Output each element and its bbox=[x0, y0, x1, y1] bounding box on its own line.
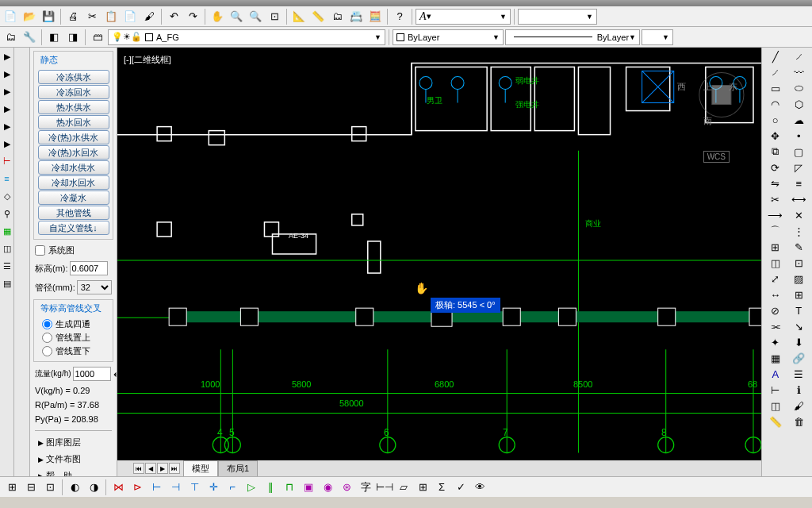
zoom-extents-icon[interactable]: ⊡ bbox=[266, 8, 283, 25]
stretch-icon[interactable]: ↔ bbox=[766, 287, 785, 302]
tab-last-icon[interactable]: ⏭ bbox=[169, 463, 180, 474]
pan-icon[interactable]: ✋ bbox=[209, 8, 226, 25]
group-icon[interactable]: ⊡ bbox=[789, 256, 808, 270]
pipe-coldhot-return[interactable]: 冷(热)水回水 bbox=[38, 145, 109, 160]
cut-icon[interactable]: ✂ bbox=[83, 8, 101, 25]
mirror-icon[interactable]: ⇋ bbox=[766, 176, 785, 190]
radio-cross-4way[interactable]: 生成四通 bbox=[36, 318, 111, 331]
pipe-cold-return[interactable]: 冷冻回水 bbox=[38, 85, 109, 99]
expand-icon[interactable]: ▶ bbox=[2, 138, 13, 149]
pipe-hot-supply[interactable]: 热水供水 bbox=[38, 100, 109, 114]
bt-cap-icon[interactable]: ⊓ bbox=[281, 479, 298, 496]
diameter-select[interactable]: 32 bbox=[77, 280, 112, 294]
extend-icon[interactable]: ⟶ bbox=[766, 208, 785, 222]
drawing-canvas[interactable]: [-][二维线框] bbox=[117, 48, 761, 460]
bt-dim-icon[interactable]: ⊢⊣ bbox=[376, 479, 393, 496]
bt-equip-icon[interactable]: ⊛ bbox=[338, 479, 355, 496]
text-icon[interactable]: A bbox=[766, 367, 785, 381]
ellipse-icon[interactable]: ⬭ bbox=[789, 81, 808, 95]
pipe-hot-return[interactable]: 热水回水 bbox=[38, 115, 109, 129]
match-icon[interactable]: 🖌 bbox=[789, 398, 808, 413]
offset-icon[interactable]: ◫ bbox=[766, 256, 785, 270]
layer-off-icon[interactable]: ◨ bbox=[64, 29, 82, 46]
pipe-condensate[interactable]: 冷凝水 bbox=[38, 190, 109, 205]
footer-help[interactable]: 帮 助 bbox=[35, 468, 112, 476]
tool-icon[interactable]: 📐 bbox=[290, 8, 308, 25]
hatch-icon[interactable]: ▤ bbox=[2, 278, 13, 289]
expand-icon[interactable]: ▶ bbox=[2, 103, 13, 114]
layer-manager-icon[interactable]: 🗂 bbox=[2, 29, 19, 46]
tool4-icon[interactable]: 📇 bbox=[347, 8, 365, 25]
xline-icon[interactable]: ⟋ bbox=[789, 49, 808, 64]
system-checkbox[interactable] bbox=[35, 245, 45, 256]
redo-icon[interactable]: ↷ bbox=[184, 8, 201, 25]
arc-icon[interactable]: ◠ bbox=[766, 97, 785, 111]
bt-icon[interactable]: ⊡ bbox=[41, 479, 59, 496]
pipe-coldhot-supply[interactable]: 冷(热)水供水 bbox=[38, 130, 109, 144]
elevation-input[interactable] bbox=[70, 261, 108, 275]
font-combo[interactable]: A ▾ ▼ bbox=[416, 9, 511, 25]
bt-flange-icon[interactable]: ‖ bbox=[262, 479, 279, 496]
move-icon[interactable]: ✥ bbox=[766, 129, 785, 143]
bt-view-icon[interactable]: 👁 bbox=[471, 479, 488, 496]
radio-pipe-under[interactable]: 管线置下 bbox=[36, 344, 111, 358]
layer-icon[interactable]: ☰ bbox=[2, 260, 13, 271]
bt-table-icon[interactable]: ⊞ bbox=[414, 479, 431, 496]
system-diagram-check[interactable]: 系统图 bbox=[32, 243, 115, 258]
tool2-icon[interactable]: 📏 bbox=[309, 8, 327, 25]
expand-icon[interactable]: ▶ bbox=[2, 51, 13, 62]
spline-icon[interactable]: 〰 bbox=[789, 65, 808, 79]
bt-icon[interactable]: ⊞ bbox=[3, 479, 21, 496]
linetype-combo[interactable]: ▼ bbox=[642, 29, 673, 45]
footer-library[interactable]: 图库图层 bbox=[35, 434, 112, 451]
flow-input[interactable] bbox=[73, 367, 111, 381]
radio-pipe-over[interactable]: 管线置上 bbox=[36, 331, 111, 344]
bt-icon[interactable]: ◑ bbox=[85, 479, 102, 496]
text-icon[interactable]: ≡ bbox=[2, 173, 13, 184]
block-icon[interactable]: ◫ bbox=[2, 243, 13, 254]
bt-pipe-icon[interactable]: ⊢ bbox=[147, 479, 165, 496]
bt-text-icon[interactable]: 字 bbox=[357, 479, 374, 496]
rotate-icon[interactable]: ⟳ bbox=[766, 160, 785, 175]
lengthen-icon[interactable]: ⟷ bbox=[789, 192, 808, 206]
point-icon[interactable]: • bbox=[789, 129, 808, 143]
rect-icon[interactable]: ▭ bbox=[766, 81, 785, 95]
pipe-custom[interactable]: 自定义管线↓ bbox=[38, 221, 109, 235]
bt-label-icon[interactable]: ▱ bbox=[395, 479, 412, 496]
copy-icon[interactable]: ⧉ bbox=[766, 144, 785, 159]
color-combo[interactable]: ByLayer ▼ bbox=[393, 29, 504, 45]
explode-icon[interactable]: ✦ bbox=[766, 335, 785, 349]
bt-tee-icon[interactable]: ⊤ bbox=[186, 479, 203, 496]
array-icon[interactable]: ⊞ bbox=[766, 240, 785, 254]
hatch-icon[interactable]: ▦ bbox=[766, 351, 785, 365]
bt-icon[interactable]: ⊟ bbox=[22, 479, 40, 496]
zoom-icon[interactable]: 🔍 bbox=[228, 8, 245, 25]
pipe-cold-supply[interactable]: 冷冻供水 bbox=[38, 70, 109, 84]
dim-icon[interactable]: ⊢ bbox=[766, 383, 785, 397]
tool3-icon[interactable]: 🗂 bbox=[328, 8, 346, 25]
bt-check-icon[interactable]: ✓ bbox=[452, 479, 469, 496]
bt-equip-icon[interactable]: ▣ bbox=[300, 479, 317, 496]
snap-icon[interactable]: ◇ bbox=[2, 190, 13, 202]
tab-model[interactable]: 模型 bbox=[183, 460, 218, 476]
tab-next-icon[interactable]: ▶ bbox=[157, 463, 168, 474]
props-icon[interactable]: ℹ bbox=[789, 383, 808, 397]
table-icon[interactable]: ⊞ bbox=[789, 287, 808, 302]
footer-layout[interactable]: 文件布图 bbox=[35, 451, 112, 468]
circle-icon[interactable]: ○ bbox=[766, 113, 785, 127]
new-icon[interactable]: 📄 bbox=[2, 8, 19, 25]
dimension-icon[interactable]: ⊢ bbox=[2, 156, 13, 167]
expand-icon[interactable]: ▶ bbox=[2, 68, 13, 79]
region-icon[interactable]: ▢ bbox=[789, 144, 808, 159]
link-icon[interactable]: ⚲ bbox=[2, 208, 13, 219]
chamfer-icon[interactable]: ◸ bbox=[789, 160, 808, 175]
block-icon[interactable]: ◫ bbox=[766, 398, 785, 413]
bt-elbow-icon[interactable]: ⌐ bbox=[224, 479, 241, 496]
bt-valve-icon[interactable]: ⊳ bbox=[128, 479, 146, 496]
fillet-icon[interactable]: ⌒ bbox=[766, 224, 785, 238]
purge-icon[interactable]: 🗑 bbox=[789, 414, 808, 429]
polygon-icon[interactable]: ⬡ bbox=[789, 97, 808, 111]
bt-valve-icon[interactable]: ⋈ bbox=[109, 479, 127, 496]
wipeout-icon[interactable]: ▨ bbox=[789, 271, 808, 286]
leader-icon[interactable]: ↘ bbox=[789, 319, 808, 333]
